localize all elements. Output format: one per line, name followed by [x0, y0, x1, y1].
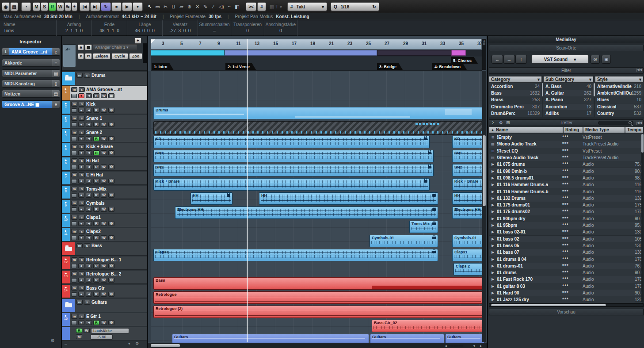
media-result-row[interactable]: ▤!Stereo Audio Track***TrackPreset Audio: [489, 154, 642, 161]
media-result-row[interactable]: ▶01 guitar 8 03***Audio170.000: [489, 283, 642, 290]
media-result-row[interactable]: ⊞!Empty***VstPreset: [489, 134, 642, 141]
automation-lane-row[interactable]: RWLautstärkeM-5.80: [62, 327, 148, 340]
filter-row[interactable]: A. Guitar262: [543, 90, 594, 96]
track-row[interactable]: ▶10msClaps1●◄RW⚙: [62, 214, 148, 227]
monitor-button[interactable]: ◄: [86, 179, 92, 184]
preview-header[interactable]: Vorschau: [489, 309, 644, 315]
media-result-row[interactable]: ▶01 098.5 drums01***Audio98.500: [489, 175, 642, 181]
stop-button[interactable]: ■: [111, 2, 122, 11]
mute-button[interactable]: m: [71, 187, 77, 191]
result-rating[interactable]: ***: [562, 141, 583, 146]
solo-button[interactable]: s: [79, 130, 85, 135]
mute-button[interactable]: m: [71, 102, 77, 107]
record-enable-button[interactable]: ●: [78, 179, 84, 184]
solo-button[interactable]: s: [79, 116, 85, 121]
zoom-preset-icon[interactable]: ●: [480, 344, 482, 348]
marker-track[interactable]: 1: Intro2: 1st Verse3: Bridge4: Breakdow…: [151, 56, 482, 71]
solo-button[interactable]: s: [79, 187, 85, 191]
media-result-row[interactable]: ▶01 Fast Rock 170***Audio170.000: [489, 276, 642, 283]
event-display[interactable]: DrumsKDKDSN1SN1SN2SN2Kick + SnareKick + …: [148, 71, 482, 342]
arrange-vertical-scrollbar[interactable]: [482, 71, 486, 342]
zoom-slider[interactable]: ● ──────: [445, 344, 463, 348]
solo-button[interactable]: s: [79, 201, 85, 206]
monitor-button[interactable]: ◄: [86, 136, 92, 141]
solo-button[interactable]: s: [84, 243, 90, 248]
snap-cursor-icon[interactable]: +: [72, 2, 77, 11]
clip-claps1[interactable]: Claps1: [452, 249, 484, 261]
result-rating[interactable]: ***: [562, 176, 583, 180]
expand-all-icon[interactable]: ▾▾: [85, 53, 92, 59]
track-row[interactable]: ▶4msSnare 2●◄RW⚙: [62, 129, 148, 142]
inspector-item[interactable]: 1AMA Groove ...nte: [2, 48, 60, 56]
cycle-button[interactable]: ↻: [101, 2, 111, 11]
solo-button[interactable]: s: [79, 144, 85, 149]
track-row[interactable]: ▶7msE Hi Hat●◄RW⚙: [62, 172, 148, 185]
arranger-section[interactable]: [377, 50, 451, 56]
read-automation-button[interactable]: R: [93, 93, 99, 98]
mute-button[interactable]: m: [71, 286, 77, 291]
scroll-thumb[interactable]: [483, 135, 486, 206]
media-result-row[interactable]: ▶01 116 Hammer Drums-a***Audio116.000: [489, 181, 642, 188]
read-automation-button[interactable]: R: [93, 108, 99, 113]
clip-retrologue-2-[interactable]: Retrologue (2): [153, 306, 484, 318]
result-rating[interactable]: ***: [562, 264, 583, 268]
clear-location-icon[interactable]: ⊗: [591, 55, 600, 64]
snap-toggle-button[interactable]: ><: [246, 2, 256, 11]
up-button[interactable]: ↑: [515, 55, 527, 64]
record-enable-button[interactable]: ●: [78, 136, 84, 141]
inspector-gear-icon[interactable]: ⚙: [50, 338, 55, 344]
monitor-button[interactable]: ◄: [86, 150, 92, 155]
solo-button[interactable]: s: [79, 257, 85, 262]
filter-collapse-icon[interactable]: |◀◀: [636, 68, 642, 72]
write-automation-button[interactable]: W: [101, 93, 107, 98]
marker-flag[interactable]: 3: Bridge: [377, 63, 403, 70]
monitor-button[interactable]: ◄: [86, 264, 92, 268]
zoom-button-header[interactable]: Zoo: [129, 53, 142, 59]
solo-button[interactable]: s: [79, 229, 85, 234]
channel-settings-button[interactable]: ⚙: [108, 207, 114, 212]
read-automation-button[interactable]: R: [93, 235, 99, 240]
media-result-row[interactable]: ▶01 drums 8 04***Audio170.000: [489, 256, 642, 262]
s-global-button[interactable]: S: [41, 2, 48, 11]
gear-icon[interactable]: ⚙: [499, 120, 503, 126]
filter-row[interactable]: Classical537: [595, 103, 644, 110]
filter-column-header[interactable]: Sub Category▾: [543, 76, 594, 83]
mute-button[interactable]: m: [71, 116, 77, 121]
write-automation-button[interactable]: W: [101, 179, 107, 184]
arranger-edit-button[interactable]: e: [78, 44, 84, 50]
solo-button[interactable]: s: [79, 215, 85, 220]
draw-tool-icon[interactable]: ✎: [202, 2, 209, 11]
arranger-chain-dropdown[interactable]: Arranger Chain 1 ▾: [93, 44, 137, 50]
write-automation-button[interactable]: W: [101, 207, 107, 212]
result-rating[interactable]: ***: [562, 257, 583, 262]
inspector-item-icon[interactable]: e: [52, 48, 60, 55]
media-result-row[interactable]: ▶01 132 Drums***Audio132.000: [489, 195, 642, 202]
audition-tool-icon[interactable]: ◁): [217, 2, 225, 11]
solo-button[interactable]: s: [79, 314, 85, 319]
write-automation-button[interactable]: W: [101, 235, 107, 240]
filter-column-header[interactable]: Style▾: [595, 76, 644, 83]
media-result-row[interactable]: ▶01 175 drums01***Audio175.000: [489, 202, 642, 208]
result-rating[interactable]: ***: [562, 196, 583, 201]
track-list-collapse-icon[interactable]: –: [65, 341, 67, 346]
scroll-thumb[interactable]: [491, 304, 606, 306]
r-global-button[interactable]: R: [49, 2, 56, 11]
sum-icon[interactable]: Σ: [492, 120, 495, 126]
track-row[interactable]: ▶11msClaps2●◄RW⚙: [62, 228, 148, 241]
marker-flag[interactable]: 5: Chorus: [451, 57, 478, 64]
result-rating[interactable]: ***: [562, 149, 583, 153]
result-rating[interactable]: ***: [562, 216, 583, 221]
result-rating[interactable]: ***: [562, 169, 583, 174]
track-row[interactable]: ▶8msToms-Mix●◄RW⚙: [62, 186, 148, 199]
mute-button[interactable]: m: [76, 73, 83, 78]
line-tool-icon[interactable]: ∕: [210, 2, 217, 11]
mute-button[interactable]: m: [71, 144, 77, 149]
media-result-row[interactable]: ▶01 116 Hammer Drums-b***Audio116.000: [489, 188, 642, 195]
record-enable-button[interactable]: ●: [78, 221, 84, 226]
clip-midi-part[interactable]: [153, 121, 484, 135]
inspector-item[interactable]: Groove A...NE ▦e: [2, 100, 60, 108]
range-tool-icon[interactable]: ▭: [154, 2, 161, 11]
result-rating[interactable]: ***: [562, 203, 583, 207]
channel-settings-button[interactable]: ⚙: [108, 264, 114, 268]
inspector-item[interactable]: MIDI-Kanalzug▯: [2, 80, 60, 88]
